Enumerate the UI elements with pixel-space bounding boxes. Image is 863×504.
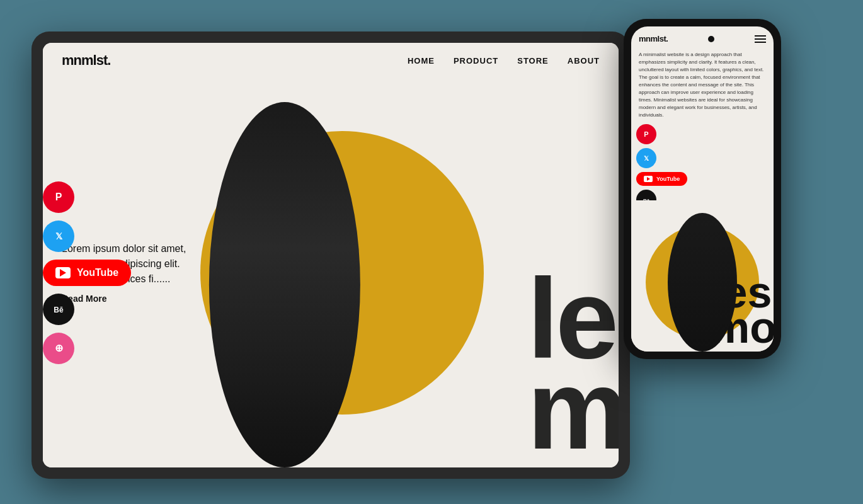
menu-line-2	[755, 38, 766, 40]
nav-store[interactable]: STORE	[517, 56, 549, 66]
dribbble-button[interactable]	[43, 333, 74, 364]
behance-icon	[54, 302, 63, 316]
phone-youtube-icon	[644, 176, 653, 182]
tablet-nav: mnmlst. HOME PRODUCT STORE ABOUT	[43, 43, 619, 77]
pinterest-button[interactable]	[43, 181, 74, 213]
phone-hamburger-button[interactable]	[755, 35, 766, 43]
dribbble-icon	[55, 341, 63, 355]
menu-line-1	[755, 35, 766, 37]
phone-youtube-button[interactable]: YouTube	[636, 172, 687, 186]
phone-pinterest-button[interactable]	[636, 124, 656, 144]
twitter-icon	[55, 229, 62, 243]
phone-image-area: lesmo	[631, 200, 774, 352]
phone-dot	[708, 36, 714, 42]
youtube-icon	[55, 267, 71, 278]
nav-product[interactable]: PRODUCT	[454, 56, 498, 66]
scene: mnmlst. HOME PRODUCT STORE ABOUT lem	[0, 0, 863, 504]
behance-button[interactable]	[43, 294, 74, 325]
phone-youtube-label: YouTube	[656, 176, 680, 182]
phone-logo: mnmlst.	[639, 34, 668, 43]
social-sidebar: YouTube	[43, 169, 131, 377]
pinterest-icon	[55, 190, 62, 203]
phone-twitter-button[interactable]	[636, 148, 656, 168]
tablet-nav-links: HOME PRODUCT STORE ABOUT	[408, 55, 600, 66]
phone-pinterest-icon	[644, 130, 648, 138]
phone-description: A minimalist website is a design approac…	[631, 51, 774, 119]
phone-nav: mnmlst.	[631, 26, 774, 51]
tablet-logo: mnmlst.	[62, 52, 110, 69]
nav-about[interactable]: ABOUT	[568, 56, 600, 66]
tablet-content: lem Lorem ipsum dolor sit amet, consecte…	[43, 77, 619, 467]
tablet-device: mnmlst. HOME PRODUCT STORE ABOUT lem	[31, 32, 630, 479]
phone-screen: mnmlst. A minimalist website is a design…	[631, 26, 774, 352]
phone-twitter-icon	[644, 154, 649, 162]
youtube-label: YouTube	[77, 267, 118, 278]
twitter-button[interactable]	[43, 220, 74, 252]
menu-line-3	[755, 42, 766, 43]
youtube-button[interactable]: YouTube	[43, 260, 131, 286]
tablet-bg-text: lem	[527, 273, 619, 455]
phone-device: mnmlst. A minimalist website is a design…	[624, 19, 781, 359]
nav-home[interactable]: HOME	[408, 56, 435, 66]
tablet-screen: mnmlst. HOME PRODUCT STORE ABOUT lem	[43, 43, 619, 467]
